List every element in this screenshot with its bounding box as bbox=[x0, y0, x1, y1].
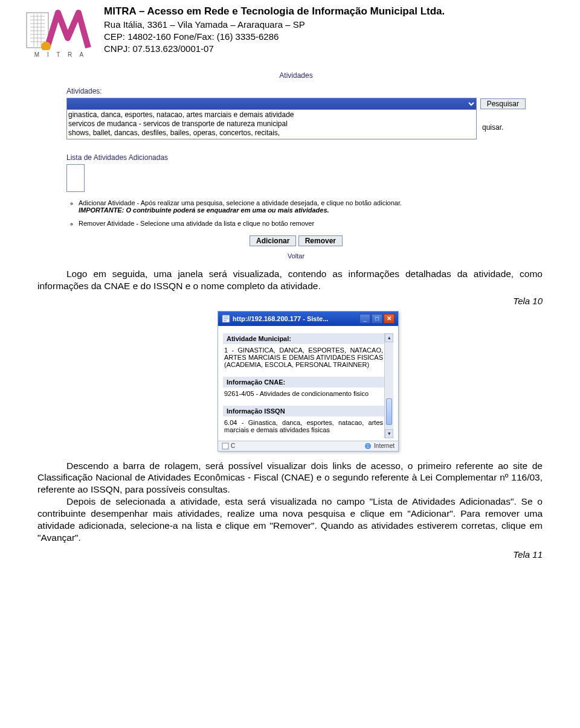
close-icon[interactable]: ✕ bbox=[384, 314, 395, 324]
list-item[interactable]: ginastica, danca, esportes, natacao, art… bbox=[68, 110, 475, 120]
minimize-icon[interactable]: _ bbox=[359, 314, 370, 324]
status-right: Internet bbox=[374, 442, 395, 449]
activities-select[interactable] bbox=[66, 98, 477, 110]
company-name: MITRA – Acesso em Rede e Tecnologia de I… bbox=[104, 5, 445, 19]
maximize-icon[interactable]: □ bbox=[372, 314, 382, 324]
issqn-text: 6.04 - Ginastica, danca, esportes, natac… bbox=[223, 417, 384, 438]
popup-titlebar[interactable]: http://192.168.200.177 - Siste... _ □ ✕ bbox=[218, 311, 398, 326]
internet-zone-icon bbox=[364, 442, 372, 450]
back-link[interactable]: Voltar bbox=[66, 252, 526, 260]
instruction-add: Adicionar Atividade - Após realizar uma … bbox=[79, 199, 514, 214]
letterhead: M I T R A MITRA – Acesso em Rede e Tecno… bbox=[24, 5, 556, 60]
cnae-text: 9261-4/05 - Atividades de condicionament… bbox=[224, 390, 369, 397]
body-paragraph-2a: Descendo a barra de rolagem, será possív… bbox=[37, 460, 543, 496]
activities-form-screenshot: Atividades Atividades: ginastica, danca,… bbox=[66, 71, 526, 260]
scroll-thumb[interactable] bbox=[386, 398, 392, 425]
company-logo: M I T R A bbox=[24, 5, 97, 60]
search-button[interactable]: Pesquisar bbox=[480, 98, 526, 109]
body-paragraph-1: Logo em seguida, uma janela será visuali… bbox=[37, 268, 543, 292]
activities-label: Atividades: bbox=[66, 87, 526, 95]
add-button[interactable]: Adicionar bbox=[250, 235, 296, 246]
popup-statusbar: C Internet bbox=[218, 441, 398, 451]
status-left: C bbox=[231, 442, 235, 449]
form-title: Atividades bbox=[66, 71, 526, 80]
vertical-scrollbar[interactable]: ▴ ▾ bbox=[384, 333, 393, 438]
company-address: Rua Itália, 3361 – Vila Yamada – Araraqu… bbox=[104, 19, 445, 31]
added-activities-listbox[interactable] bbox=[66, 164, 85, 192]
added-activities-label: Lista de Atividades Adicionadas bbox=[66, 153, 526, 162]
figure-label-11: Tela 11 bbox=[37, 549, 543, 560]
instruction-add-text: Adicionar Atividade - Após realizar uma … bbox=[79, 199, 402, 206]
section-head-issqn: Informação ISSQN bbox=[223, 406, 384, 417]
letterhead-text: MITRA – Acesso em Rede e Tecnologia de I… bbox=[104, 5, 445, 60]
ie-page-icon bbox=[222, 315, 230, 323]
truncated-word: quisar. bbox=[482, 110, 526, 132]
list-item[interactable]: shows, ballet, dancas, desfiles, bailes,… bbox=[68, 129, 475, 138]
list-item[interactable]: servicos de mudanca - servicos de transp… bbox=[68, 120, 475, 129]
section-head-cnae: Informação CNAE: bbox=[223, 377, 384, 388]
scroll-down-icon[interactable]: ▾ bbox=[385, 429, 393, 438]
logo-letters: M I T R A bbox=[34, 51, 86, 58]
activity-details-popup: http://192.168.200.177 - Siste... _ □ ✕ … bbox=[218, 311, 399, 452]
body-paragraph-2b: Depois de selecionada a atividade, esta … bbox=[37, 496, 543, 543]
remove-button[interactable]: Remover bbox=[298, 235, 343, 246]
popup-url-title: http://192.168.200.177 - Siste... bbox=[233, 315, 328, 322]
activity-text: 1 - GINASTICA, DANCA, ESPORTES, NATACAO,… bbox=[223, 344, 384, 373]
scroll-up-icon[interactable]: ▴ bbox=[385, 333, 393, 342]
instructions-list: Adicionar Atividade - Após realizar uma … bbox=[79, 199, 514, 227]
activities-dropdown-list[interactable]: ginastica, danca, esportes, natacao, art… bbox=[66, 110, 477, 139]
figure-label-10: Tela 10 bbox=[37, 296, 543, 306]
page-status-icon bbox=[222, 442, 229, 450]
instruction-important: IMPORTANTE: O contribuinte poderá se enq… bbox=[79, 206, 329, 214]
section-head-activity: Atividade Municipal: bbox=[223, 333, 384, 344]
company-cep-phone: CEP: 14802-160 Fone/Fax: (16) 3335-6286 bbox=[104, 31, 445, 43]
mitra-logo-icon bbox=[24, 8, 97, 50]
instruction-remove: Remover Atividade - Selecione uma ativid… bbox=[79, 220, 514, 227]
svg-rect-14 bbox=[222, 443, 228, 449]
body-paragraph-2: Descendo a barra de rolagem, será possív… bbox=[37, 460, 543, 544]
company-cnpj: CNPJ: 07.513.623/0001-07 bbox=[104, 43, 445, 55]
